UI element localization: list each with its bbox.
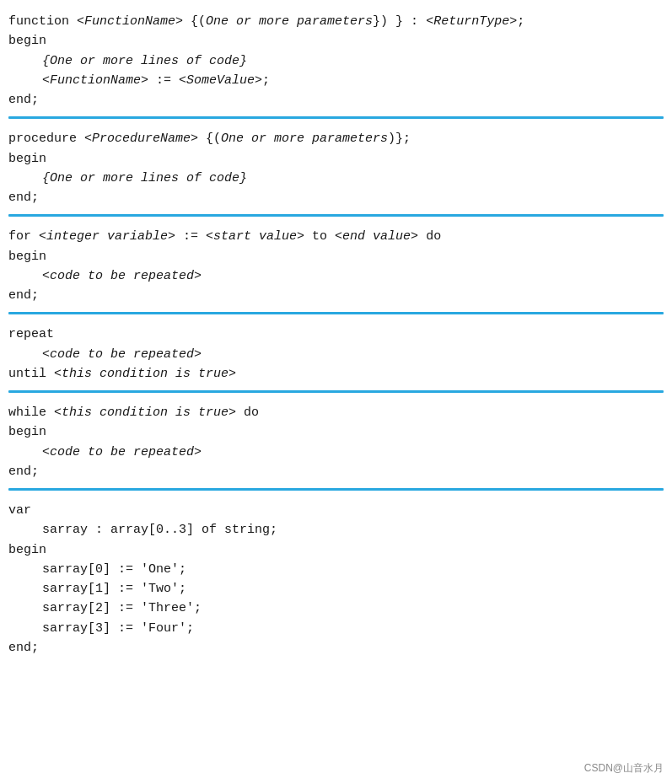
for-block: for <integer variable> := <start value> … [8,222,664,309]
code-line: <code to be repeated> [8,345,664,364]
italic-span: <integer variable> [39,229,175,244]
italic-span: <ReturnType> [426,14,517,29]
code-line: {One or more lines of code} [8,169,664,188]
italic-span: <FunctionName> [77,14,183,29]
italic-span: One or more parameters [221,132,388,146]
section-divider [8,390,664,393]
code-line: repeat [8,325,664,344]
italic-span: One or more parameters [206,14,373,29]
code-line: for <integer variable> := <start value> … [8,227,664,246]
code-line: <code to be repeated> [8,443,664,462]
code-line: end; [8,286,664,305]
italic-span: <code to be repeated> [42,269,202,283]
code-line: sarray[1] := 'Two'; [8,579,664,599]
code-line: begin [8,422,664,442]
italic-span: <end value> [335,229,418,244]
italic-span: <code to be repeated> [42,347,202,362]
code-line: end; [8,462,664,481]
var-block: var sarray : array[0..3] of string; begi… [8,496,664,661]
code-line: <FunctionName> := <SomeValue>; [8,71,664,90]
code-line: sarray[0] := 'One'; [8,560,664,579]
code-line: sarray : array[0..3] of string; [8,520,664,540]
italic-span: <SomeValue> [179,73,262,88]
code-line: end; [8,90,664,110]
code-line: end; [8,188,664,207]
watermark: CSDN@山音水月 [584,761,664,776]
code-line: begin [8,149,664,169]
italic-span: {One or more lines of code} [42,54,247,68]
code-line: {One or more lines of code} [8,51,664,71]
italic-span: <code to be repeated> [42,445,202,459]
italic-span: <FunctionName> [42,73,148,88]
section-divider [8,116,664,119]
italic-span: {One or more lines of code} [42,171,247,185]
italic-span: <this condition is true> [54,367,236,381]
code-line: begin [8,247,664,266]
section-divider [8,312,664,314]
code-line: procedure <ProcedureName> {(One or more … [8,129,664,148]
code-line: while <this condition is true> do [8,403,664,422]
section-divider [8,214,664,217]
code-line: begin [8,540,664,560]
code-line: function <FunctionName> {(One or more pa… [8,12,664,31]
page-container: function <FunctionName> {(One or more pa… [0,0,672,784]
italic-span: <start value> [206,229,304,244]
code-line: var [8,501,664,520]
italic-span: <ProcedureName> [84,132,198,146]
function-block: function <FunctionName> {(One or more pa… [8,7,664,113]
code-line: sarray[3] := 'Four'; [8,619,664,638]
code-line: end; [8,638,664,658]
procedure-block: procedure <ProcedureName> {(One or more … [8,124,664,211]
code-line: begin [8,31,664,51]
section-divider [8,488,664,491]
while-block: while <this condition is true> do begin … [8,398,664,485]
code-line: sarray[2] := 'Three'; [8,599,664,618]
repeat-block: repeat <code to be repeated> until <this… [8,320,664,387]
italic-span: <this condition is true> [54,405,236,420]
code-line: until <this condition is true> [8,364,664,384]
code-line: <code to be repeated> [8,266,664,286]
